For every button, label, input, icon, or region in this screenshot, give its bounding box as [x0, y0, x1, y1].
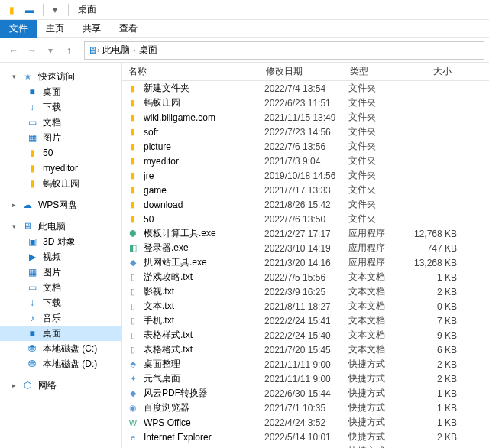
- star-icon: ★: [21, 70, 34, 83]
- file-type: 文件夹: [348, 111, 410, 124]
- file-size: 2 KB: [410, 287, 463, 297]
- file-row[interactable]: ⬘桌面整理2021/11/11 9:00快捷方式2 KB: [122, 357, 489, 372]
- sidebar-item[interactable]: ▭文档: [0, 280, 121, 295]
- sidebar-wps[interactable]: ▸ ☁ WPS网盘: [0, 197, 121, 213]
- sidebar-item[interactable]: ▦图片: [0, 130, 121, 145]
- file-row[interactable]: ◧登录器.exe2022/3/10 14:19应用程序747 KB: [122, 241, 489, 255]
- file-row[interactable]: ◉百度浏览器2021/7/1 10:35快捷方式1 KB: [122, 401, 489, 415]
- col-type[interactable]: 类型: [344, 65, 405, 78]
- file-size: 1 KB: [410, 403, 463, 414]
- file-row[interactable]: ◆风云PDF转换器2022/6/30 15:44快捷方式1 KB: [122, 386, 489, 401]
- sidebar-item[interactable]: ▶视频: [0, 249, 121, 265]
- pc-icon: 🖥: [21, 220, 34, 232]
- file-size: 6 KB: [410, 345, 463, 355]
- file-row[interactable]: ▮myeditor2021/7/3 9:04文件夹: [122, 154, 489, 168]
- file-row[interactable]: ▮新建文件夹2022/7/4 13:54文件夹: [122, 81, 489, 96]
- file-type: 文件夹: [348, 140, 410, 153]
- sidebar-item[interactable]: ♪音乐: [0, 310, 121, 326]
- sidebar-item[interactable]: ▮50: [0, 145, 121, 161]
- file-row[interactable]: ⬢模板计算工具.exe2021/2/27 17:17应用程序12,768 KB: [122, 226, 489, 241]
- file-row[interactable]: ▮download2021/8/26 15:42文件夹: [122, 197, 489, 212]
- file-row[interactable]: ▮502022/7/6 13:50文件夹: [122, 212, 489, 226]
- file-date: 2021/2/27 17:17: [264, 229, 348, 239]
- sidebar-this-pc[interactable]: ▾ 🖥 此电脑: [0, 219, 121, 234]
- file-row[interactable]: ▯表格格式.txt2021/7/20 15:45文本文档6 KB: [122, 342, 489, 357]
- menu-view[interactable]: 查看: [110, 20, 147, 38]
- file-icon: ⬢: [127, 228, 139, 240]
- file-row[interactable]: eInternet Explorer2022/5/14 10:01快捷方式2 K…: [122, 430, 489, 444]
- dropdown-icon[interactable]: ▾: [47, 2, 63, 18]
- file-icon: ▯: [127, 271, 139, 284]
- file-date: 2021/7/3 9:04: [264, 156, 348, 167]
- file-name: 50: [144, 214, 264, 225]
- address-bar: ← → ▾ ↑ 🖥 › 此电脑 › 桌面: [0, 38, 489, 63]
- dropdown-history-icon[interactable]: ▾: [41, 41, 60, 60]
- file-date: 2021/11/11 9:00: [264, 359, 348, 370]
- file-date: 2019/10/18 14:56: [264, 170, 348, 181]
- back-icon[interactable]: ←: [5, 41, 23, 60]
- col-date[interactable]: 修改日期: [260, 65, 344, 78]
- file-row[interactable]: ▮soft2022/7/23 14:56文件夹: [122, 125, 489, 139]
- item-icon: ▮: [26, 147, 38, 159]
- file-row[interactable]: ▯表格样式.txt2022/2/24 15:40文本文档9 KB: [122, 328, 489, 342]
- file-type: 文本文档: [348, 271, 410, 284]
- file-type: 文件夹: [348, 213, 410, 226]
- file-size: 2 KB: [410, 374, 463, 385]
- file-icon: ▮: [127, 126, 139, 138]
- file-icon: Ps: [127, 446, 139, 449]
- crumb-desktop[interactable]: 桌面: [136, 44, 160, 57]
- save-icon[interactable]: ▬: [21, 2, 38, 18]
- file-row[interactable]: ▮picture2022/7/6 13:56文件夹: [122, 139, 489, 154]
- breadcrumb[interactable]: 🖥 › 此电脑 › 桌面: [84, 41, 484, 60]
- file-row[interactable]: PsAdobe Photoshop 20202021/7/14 15:40快捷方…: [122, 444, 489, 448]
- sidebar-item[interactable]: ▭文档: [0, 115, 121, 130]
- file-row[interactable]: ▮jre2019/10/18 14:56文件夹: [122, 168, 489, 183]
- file-type: 文本文档: [348, 343, 410, 356]
- file-row[interactable]: ▯影视.txt2022/3/9 16:25文本文档2 KB: [122, 284, 489, 299]
- sidebar-item[interactable]: ▮蚂蚁庄园: [0, 176, 121, 191]
- file-row[interactable]: ▯游戏攻略.txt2022/7/5 15:56文本文档1 KB: [122, 270, 489, 284]
- item-icon: ▣: [26, 235, 38, 248]
- up-icon[interactable]: ↑: [60, 41, 78, 60]
- col-name[interactable]: 名称: [122, 65, 260, 78]
- sidebar-item[interactable]: ■桌面: [0, 326, 121, 341]
- sidebar-item[interactable]: ▦图片: [0, 265, 121, 280]
- file-row[interactable]: ▯文本.txt2021/8/11 18:27文本文档0 KB: [122, 299, 489, 313]
- file-icon: ▮: [127, 170, 139, 182]
- file-date: 2021/7/17 13:33: [264, 185, 348, 196]
- sidebar-item[interactable]: ■桌面: [0, 84, 121, 99]
- item-icon: ■: [26, 86, 38, 98]
- sidebar-item[interactable]: ⛃本地磁盘 (D:): [0, 356, 121, 372]
- item-icon: ♪: [26, 312, 38, 324]
- file-row[interactable]: WWPS Office2022/4/24 3:52快捷方式1 KB: [122, 415, 489, 430]
- file-row[interactable]: ▮蚂蚁庄园2022/6/23 11:51文件夹: [122, 96, 489, 110]
- file-row[interactable]: ✦元气桌面2021/11/11 9:00快捷方式2 KB: [122, 372, 489, 386]
- file-name: 百度浏览器: [144, 401, 264, 414]
- caret-right-icon: ▸: [12, 381, 20, 389]
- forward-icon[interactable]: →: [23, 41, 41, 60]
- sidebar-item[interactable]: ⛃本地磁盘 (C:): [0, 341, 121, 356]
- file-row[interactable]: ▮game2021/7/17 13:33文件夹: [122, 183, 489, 197]
- sidebar-quick-access[interactable]: ▾ ★ 快速访问: [0, 69, 121, 84]
- menu-file[interactable]: 文件: [0, 20, 37, 38]
- menu-home[interactable]: 主页: [37, 20, 73, 38]
- sidebar-item[interactable]: ↓下载: [0, 295, 121, 310]
- sidebar-item[interactable]: ↓下载: [0, 99, 121, 115]
- col-size[interactable]: 大小: [405, 65, 458, 78]
- file-date: 2021/11/15 13:49: [264, 112, 348, 123]
- crumb-pc[interactable]: 此电脑: [99, 44, 133, 57]
- file-row[interactable]: ▯手机.txt2022/2/24 15:41文本文档7 KB: [122, 313, 489, 328]
- file-name: 桌面整理: [144, 358, 264, 371]
- sidebar-item[interactable]: ▣3D 对象: [0, 234, 121, 249]
- menu-share[interactable]: 共享: [73, 20, 110, 38]
- file-type: 应用程序: [348, 227, 410, 240]
- file-icon: ▮: [127, 199, 139, 211]
- file-row[interactable]: ▮wiki.biligame.com2021/11/15 13:49文件夹: [122, 110, 489, 125]
- sidebar-item[interactable]: ▮myeditor: [0, 161, 121, 176]
- sidebar-network[interactable]: ▸ ⬡ 网络: [0, 378, 121, 393]
- file-name: 表格样式.txt: [144, 329, 264, 342]
- column-header[interactable]: 名称 修改日期 类型 大小: [122, 63, 489, 81]
- file-row[interactable]: ◆扒网站工具.exe2021/3/20 14:16应用程序13,268 KB: [122, 255, 489, 270]
- folder-icon: ▮: [3, 2, 20, 18]
- file-icon: ▮: [127, 155, 139, 167]
